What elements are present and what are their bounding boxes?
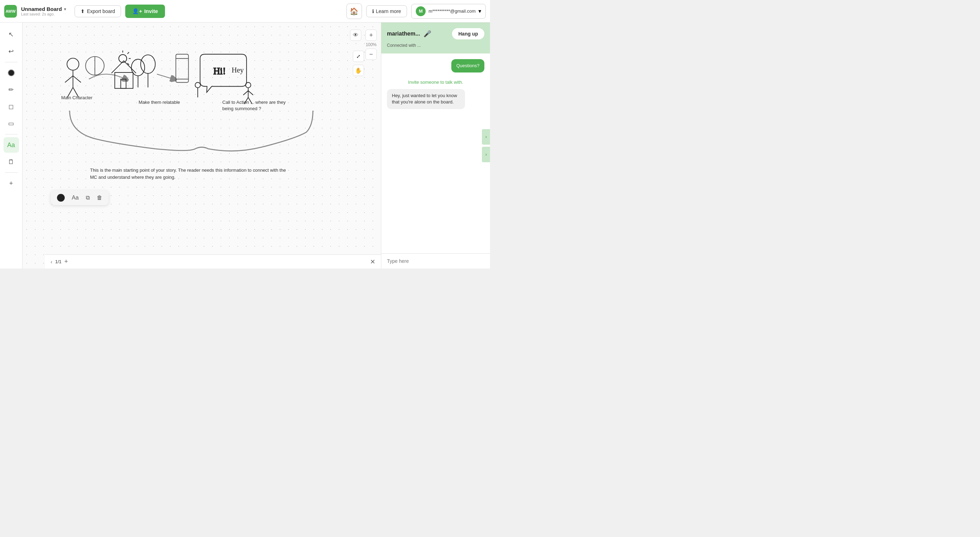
main-character-label: Main Character [61,95,92,101]
board-name-area: Unnamed Board ▾ Last saved: 2s ago. [21,6,70,16]
make-relatable-label: Make them relatable [138,99,180,105]
avatar: M [416,6,426,16]
call-username: mariathem... [387,30,420,37]
svg-line-27 [243,91,248,95]
app-logo: AWW [4,5,17,18]
invite-button[interactable]: 👤+ Invite [125,5,165,18]
learn-more-button[interactable]: ℹ Learn more [366,5,407,17]
invite-icon: 👤+ [132,8,142,14]
home-button[interactable]: 🏠 [347,3,362,19]
panel-toggle-bottom[interactable]: › [482,147,490,162]
user-menu[interactable]: M m**********@gmail.com ▾ [411,4,486,19]
select-tool-button[interactable]: ↖ [3,27,19,42]
chat-input[interactable] [387,258,484,264]
user-dropdown-arrow: ▾ [478,8,481,14]
svg-point-15 [131,59,145,76]
call-panel: mariathem... 🎤 Hang up Connected with ..… [381,22,490,54]
toolbar-divider-3 [5,172,18,173]
board-name: Unnamed Board [21,6,62,12]
info-icon: ℹ [372,8,374,14]
board-dropdown-arrow[interactable]: ▾ [64,7,66,12]
text-tool-button[interactable]: Aa [3,137,19,153]
delete-text-button[interactable]: 🗑 [97,194,102,201]
call-user-info: mariathem... 🎤 [387,30,431,38]
svg-rect-8 [115,72,133,88]
svg-line-3 [73,76,81,82]
pen-tool-button[interactable]: ✏ [3,82,19,97]
shape-tool-button[interactable]: ▭ [3,116,19,131]
chat-input-area[interactable] [381,253,490,269]
svg-text:Hi!: Hi! [213,66,226,76]
call-to-action-label: Call to Action ... where are theybeing s… [222,99,286,112]
user-email: m**********@gmail.com [428,8,476,14]
right-panel: mariathem... 🎤 Hang up Connected with ..… [381,22,490,269]
add-button[interactable]: + [3,175,19,191]
chat-panel: Questions? Invite someone to talk with. … [381,54,490,269]
svg-point-25 [245,82,251,88]
page-indicator: 1/1 [55,259,62,264]
main-text-block[interactable]: This is the main starting point of your … [90,167,294,180]
board-saved-status: Last saved: 2s ago. [21,12,70,16]
hang-up-button[interactable]: Hang up [452,28,484,40]
panel-toggle-top[interactable]: › [482,129,490,145]
connected-status: Connected with ... [387,43,484,48]
svg-line-2 [65,76,73,82]
color-picker-button[interactable] [3,65,19,81]
svg-point-0 [67,58,79,70]
main-area: ↖ ↩ ✏ ◻ ▭ Aa 🗒 + 👁 + 100% − ⤢ ✋ [0,22,490,269]
toolbar-divider-1 [5,62,18,62]
svg-line-13 [127,52,129,54]
chat-messages: Questions? Invite someone to talk with. … [381,54,490,253]
export-button[interactable]: ⬆ Export board [75,5,121,17]
color-dot [8,69,15,76]
bottom-bar: ‹ 1/1 + ✕ [45,255,381,269]
svg-point-10 [119,54,127,63]
home-icon: 🏠 [350,7,358,16]
canvas-drawing: Hi! Hey [22,22,381,269]
mic-icon[interactable]: 🎤 [423,30,431,38]
eraser-button[interactable]: ◻ [3,99,19,115]
sticky-note-button[interactable]: 🗒 [3,154,19,170]
text-format-button[interactable]: Aa [72,194,79,201]
svg-point-17 [141,55,156,73]
svg-rect-9 [121,79,126,88]
svg-point-23 [195,82,200,88]
chat-bubble-received: Hey, just wanted to let you know that yo… [387,89,465,109]
undo-button[interactable]: ↩ [3,44,19,59]
right-mini-buttons: › › [482,129,490,162]
header: AWW Unnamed Board ▾ Last saved: 2s ago. … [0,0,490,22]
copy-text-button[interactable]: ⧉ [86,194,90,201]
color-swatch[interactable] [57,194,65,202]
export-icon: ⬆ [81,8,85,14]
close-button[interactable]: ✕ [370,258,375,266]
canvas-area[interactable]: 👁 + 100% − ⤢ ✋ [22,22,381,269]
prev-page-button[interactable]: ‹ [51,259,52,265]
text-edit-toolbar: Aa ⧉ 🗑 [51,190,109,205]
chat-bubble-sent: Questions? [451,59,484,72]
svg-line-28 [248,91,253,95]
toolbar-divider-2 [5,134,18,134]
left-toolbar: ↖ ↩ ✏ ◻ ▭ Aa 🗒 + [0,22,22,269]
invite-prompt: Invite someone to talk with. [387,80,484,85]
svg-text:Hey: Hey [231,66,244,74]
add-page-button[interactable]: + [64,258,68,265]
